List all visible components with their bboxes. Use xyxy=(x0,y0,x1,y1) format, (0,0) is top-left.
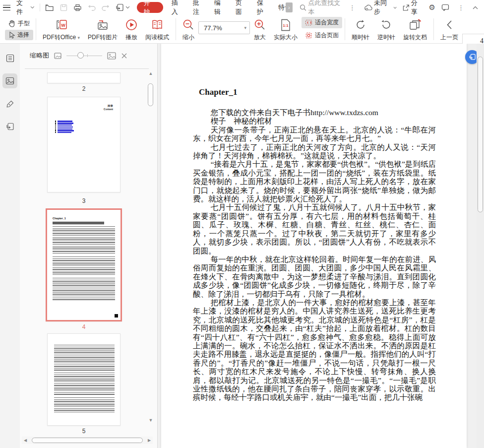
main-menu-button[interactable] xyxy=(0,0,13,15)
thumbnail-text-placeholder xyxy=(53,278,115,301)
zoom-level-combobox[interactable]: 77.7% ▾ xyxy=(198,21,250,34)
zoom-in-button[interactable]: 放大 xyxy=(250,15,270,42)
thumbnail-page-2[interactable] xyxy=(47,72,121,83)
undo-icon xyxy=(88,4,96,11)
scroll-down-arrow[interactable]: ▼ xyxy=(147,418,154,423)
rotate-document-button[interactable]: 旋转文档 xyxy=(399,15,431,42)
scrollbar-thumb[interactable] xyxy=(148,83,153,106)
share-button[interactable]: 分享 xyxy=(400,0,426,15)
svg-text:1:1: 1:1 xyxy=(283,23,289,28)
tab-edit[interactable]: 编辑 xyxy=(210,0,231,15)
thumbnail-text-placeholder xyxy=(54,373,115,395)
chevron-down-icon xyxy=(30,6,35,9)
hand-tool-label: 手型 xyxy=(18,19,30,28)
zoom-out-icon xyxy=(182,19,194,31)
tab-protect[interactable]: 保护 xyxy=(252,0,274,15)
thumbnail-text-placeholder xyxy=(54,345,115,371)
rotate-ccw-icon xyxy=(380,19,392,31)
redo-button[interactable] xyxy=(99,0,113,15)
pdf-to-office-button[interactable]: W PDF转Office ▾ xyxy=(39,15,84,42)
document-vertical-scrollbar[interactable] xyxy=(477,44,484,448)
thumbnail-panel-button[interactable] xyxy=(2,73,17,88)
zoom-out-button[interactable]: 缩小 xyxy=(179,15,198,42)
pdf-to-image-label: PDF转图片 xyxy=(88,33,118,42)
rotate-doc-label: 旋转文档 xyxy=(403,33,427,42)
print-icon xyxy=(73,4,82,11)
scroll-up-arrow[interactable]: ▲ xyxy=(147,71,154,76)
thumbnail-size-slider[interactable] xyxy=(66,52,102,59)
rotate-cw-label: 顺时针 xyxy=(352,33,369,42)
outline-panel-button[interactable] xyxy=(2,51,17,65)
fit-page-button[interactable]: 适合页面 xyxy=(302,30,342,41)
select-tool-button[interactable]: 选择 xyxy=(5,30,33,40)
divider xyxy=(176,18,176,40)
large-thumbnail-icon[interactable] xyxy=(107,52,116,60)
rotate-counterclockwise-button[interactable]: 逆时针 xyxy=(373,15,399,42)
pdf-to-image-button[interactable]: PDF转图片 xyxy=(84,15,121,42)
hamburger-icon xyxy=(3,5,10,10)
tab-home[interactable]: 开始 xyxy=(137,2,163,13)
thumbnail-label-2: 2 xyxy=(47,85,121,92)
convert-panel-button[interactable] xyxy=(2,119,17,134)
panel-vertical-scrollbar[interactable]: ▲ ▼ xyxy=(147,70,154,435)
pointer-tools: 手型 选择 xyxy=(5,15,33,43)
close-panel-icon[interactable] xyxy=(121,53,127,59)
open-file-button[interactable] xyxy=(42,0,57,15)
titlebar-right: 未同步 分享 ⚙ ⋮ xyxy=(361,0,484,15)
prev-page-button[interactable]: 上一页 xyxy=(436,15,462,42)
divider xyxy=(345,18,345,40)
feedback-button[interactable] xyxy=(438,0,452,15)
scrollbar-thumb[interactable] xyxy=(32,438,143,443)
sync-status-label: 未同步 xyxy=(374,0,392,16)
tab-special[interactable]: 特色 xyxy=(274,0,285,15)
thumbnail-page-3[interactable]: 目录 Content xyxy=(47,97,121,192)
export-convert-button[interactable] xyxy=(113,0,133,15)
thumbnail-text-placeholder xyxy=(53,256,115,276)
slider-handle[interactable] xyxy=(77,52,84,59)
scroll-left-arrow[interactable]: ◀ xyxy=(22,438,29,443)
tab-insert[interactable]: 插入 xyxy=(167,0,188,15)
collapse-ribbon-button[interactable] xyxy=(470,0,484,15)
undo-button[interactable] xyxy=(85,0,99,15)
search-more-icon[interactable]: ⋮ xyxy=(347,4,358,11)
save-button[interactable] xyxy=(57,0,70,15)
print-button[interactable] xyxy=(70,0,85,15)
cursor-arrow-icon xyxy=(8,31,15,39)
panel-horizontal-scrollbar[interactable]: ◀ ▶ xyxy=(22,437,153,444)
scrollbar-thumb[interactable] xyxy=(478,57,483,212)
hand-icon xyxy=(8,20,15,27)
thumb-toc-title: 目录 xyxy=(104,104,113,108)
thumbnail-image-icon xyxy=(5,77,14,85)
play-button[interactable]: 播放 xyxy=(121,15,141,42)
document-view: Chapter_1 您下载的文件来自天下电子书http://www.txdzs.… xyxy=(158,44,484,448)
thumbnail-page-5[interactable] xyxy=(47,333,121,426)
actual-size-button[interactable]: 1:1 实际大小 xyxy=(270,15,302,42)
file-menu[interactable]: 文件 xyxy=(13,0,38,15)
sync-status-button[interactable]: 未同步 xyxy=(361,0,400,15)
search-icon xyxy=(300,4,306,11)
tab-page[interactable]: 页面 xyxy=(231,0,252,15)
hand-tool-button[interactable]: 手型 xyxy=(5,18,33,29)
scroll-right-arrow[interactable]: ▶ xyxy=(146,438,153,443)
fit-width-button[interactable]: 适合宽度 xyxy=(302,17,342,28)
doc-paragraph: 每一年的中秋，就在北京这样轮回着。时间年复一年的在前进、风俗周而复始的在重演。团… xyxy=(193,255,436,298)
small-thumbnail-icon[interactable] xyxy=(54,53,61,59)
pdf-to-office-icon: W xyxy=(55,19,68,31)
document-page[interactable]: Chapter_1 您下载的文件来自天下电子书http://www.txdzs.… xyxy=(161,44,467,448)
more-menu-button[interactable]: ⋮ xyxy=(452,0,470,15)
pen-icon xyxy=(6,100,14,108)
annotation-panel-button[interactable] xyxy=(2,96,17,111)
doc-paragraph: 七月七过去了，正南正北的天河改了方向。北京的人又说：“天河掉角了！天河掉角，棉裤… xyxy=(193,143,436,160)
thumbnail-page-4-selected[interactable]: Chapter_1 xyxy=(46,208,122,321)
rotate-doc-icon xyxy=(408,19,422,31)
chapter-title: Chapter_1 xyxy=(199,87,436,97)
zoom-in-label: 放大 xyxy=(254,33,266,42)
read-mode-button[interactable]: 阅读模式 xyxy=(141,15,173,42)
search-placeholder: 点此查找文本 xyxy=(308,0,345,16)
rotate-clockwise-button[interactable]: 顺时针 xyxy=(348,15,373,42)
tabs-overflow-button[interactable]: › xyxy=(286,2,293,12)
tab-annotate[interactable]: 批注 xyxy=(188,0,210,15)
find-text-button[interactable]: 点此查找文本 ⋮ xyxy=(297,0,361,15)
settings-button[interactable]: ⚙ xyxy=(426,0,438,15)
share-icon xyxy=(403,4,410,11)
